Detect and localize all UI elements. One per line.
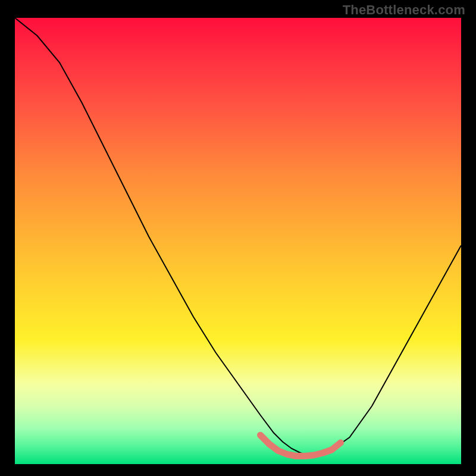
bottom-marker	[261, 435, 341, 456]
chart-container: TheBottleneck.com	[0, 0, 476, 476]
curve-layer	[15, 18, 461, 464]
bottleneck-curve	[15, 18, 461, 455]
watermark-label: TheBottleneck.com	[343, 2, 465, 18]
plot-area	[15, 18, 461, 464]
